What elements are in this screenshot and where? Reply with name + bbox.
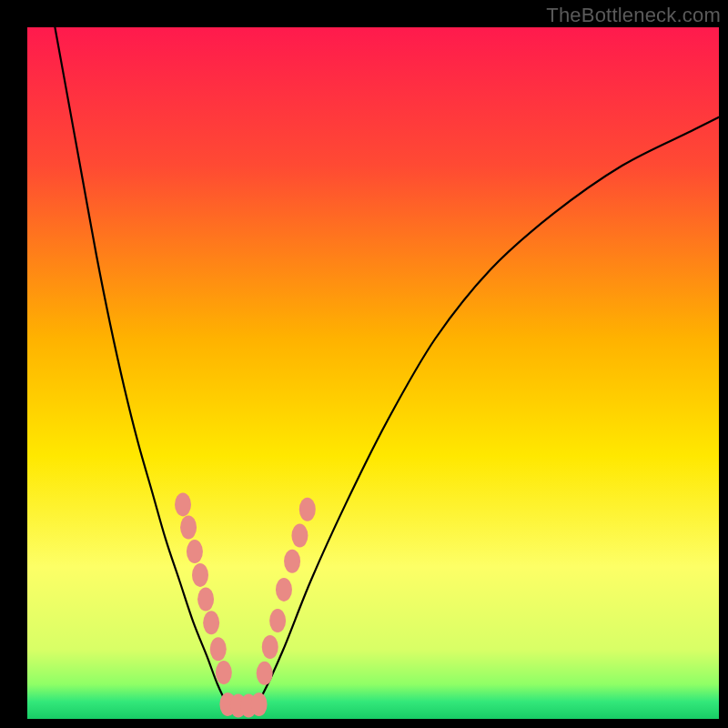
bead-marker <box>180 515 197 539</box>
bead-marker <box>175 492 191 516</box>
bead-marker <box>262 635 278 659</box>
bead-marker <box>284 550 300 573</box>
bead-marker <box>187 540 203 563</box>
bead-marker <box>269 609 286 632</box>
bead-marker <box>276 578 292 602</box>
watermark-text: TheBottleneck.com <box>546 4 721 27</box>
bead-marker <box>203 611 219 634</box>
bead-marker <box>299 498 316 521</box>
bead-marker <box>192 563 208 587</box>
bead-marker <box>251 693 268 716</box>
bead-marker <box>291 524 308 548</box>
bead-marker <box>216 661 232 684</box>
bead-marker <box>210 637 227 661</box>
bead-marker <box>197 588 214 612</box>
chart-frame: TheBottleneck.com <box>0 0 728 728</box>
bead-marker <box>257 662 273 685</box>
plot-background <box>27 27 719 719</box>
bottleneck-chart <box>0 0 728 728</box>
